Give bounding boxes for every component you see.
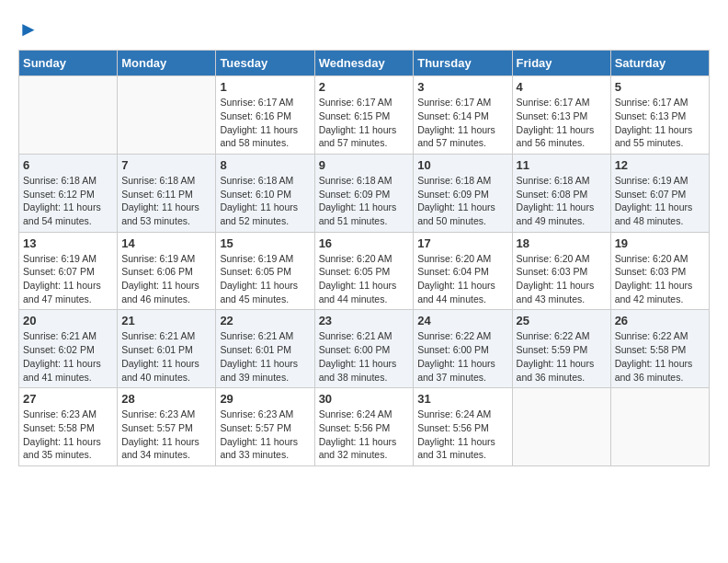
day-number: 23 [319,314,410,327]
calendar-cell: 10Sunrise: 6:18 AMSunset: 6:09 PMDayligh… [414,154,512,232]
day-number: 27 [23,392,113,406]
cell-content: Sunrise: 6:20 AM [615,252,705,266]
day-number: 11 [517,158,607,172]
cell-content: Sunrise: 6:19 AM [220,252,310,266]
calendar-cell: 14Sunrise: 6:19 AMSunset: 6:06 PMDayligh… [118,232,216,310]
cell-content: Sunrise: 6:19 AM [23,252,113,266]
cell-content: Daylight: 11 hours and 34 minutes. [121,435,211,462]
cell-content: Sunset: 5:58 PM [615,343,705,357]
cell-content: Sunrise: 6:18 AM [23,174,113,188]
cell-content: Daylight: 11 hours and 57 minutes. [319,123,410,150]
day-number: 30 [319,392,410,406]
cell-content: Sunrise: 6:23 AM [121,408,211,421]
calendar-cell: 24Sunrise: 6:22 AMSunset: 6:00 PMDayligh… [414,310,512,388]
cell-content: Daylight: 11 hours and 33 minutes. [220,435,310,462]
calendar-cell: 8Sunrise: 6:18 AMSunset: 6:10 PMDaylight… [216,154,314,232]
cell-content: Sunrise: 6:22 AM [615,329,705,343]
calendar-cell: 4Sunrise: 6:17 AMSunset: 6:13 PMDaylight… [512,76,610,155]
cell-content: Daylight: 11 hours and 54 minutes. [23,201,113,227]
cell-content: Sunset: 6:15 PM [319,109,410,123]
cell-content: Sunset: 6:01 PM [220,343,310,357]
cell-content: Sunset: 6:02 PM [23,343,113,357]
cell-content: Daylight: 11 hours and 38 minutes. [319,357,410,384]
cell-content: Daylight: 11 hours and 41 minutes. [23,357,113,384]
weekday-header: Sunday [19,51,118,76]
cell-content: Sunset: 6:13 PM [517,109,607,123]
cell-content: Sunrise: 6:19 AM [121,252,211,266]
cell-content: Daylight: 11 hours and 43 minutes. [517,279,607,305]
cell-content: Sunrise: 6:21 AM [220,329,310,343]
calendar-cell [118,76,216,155]
cell-content: Sunset: 6:05 PM [220,265,310,279]
day-number: 24 [417,314,507,327]
calendar-week-row: 1Sunrise: 6:17 AMSunset: 6:16 PMDaylight… [19,76,710,155]
cell-content: Sunset: 5:56 PM [319,421,410,435]
cell-content: Sunset: 6:03 PM [517,265,607,279]
calendar-cell: 28Sunrise: 6:23 AMSunset: 5:57 PMDayligh… [118,388,216,466]
cell-content: Sunset: 6:11 PM [121,188,211,201]
cell-content: Sunset: 5:56 PM [417,421,507,435]
cell-content: Daylight: 11 hours and 42 minutes. [615,279,705,305]
cell-content: Daylight: 11 hours and 45 minutes. [220,279,310,305]
cell-content: Daylight: 11 hours and 40 minutes. [121,357,211,384]
cell-content: Daylight: 11 hours and 37 minutes. [417,357,507,384]
cell-content: Sunset: 5:57 PM [220,421,310,435]
cell-content: Daylight: 11 hours and 36 minutes. [615,357,705,384]
calendar-cell [610,388,709,466]
day-number: 25 [517,314,607,327]
day-number: 12 [615,158,705,172]
cell-content: Sunrise: 6:20 AM [417,252,507,266]
cell-content: Sunset: 6:07 PM [615,188,705,201]
cell-content: Sunset: 5:59 PM [517,343,607,357]
cell-content: Sunset: 6:00 PM [417,343,507,357]
calendar-cell: 5Sunrise: 6:17 AMSunset: 6:13 PMDaylight… [610,76,709,155]
calendar-cell: 22Sunrise: 6:21 AMSunset: 6:01 PMDayligh… [216,310,314,388]
cell-content: Sunrise: 6:21 AM [23,329,113,343]
cell-content: Sunrise: 6:24 AM [417,408,507,421]
cell-content: Sunrise: 6:20 AM [319,252,410,266]
cell-content: Sunset: 6:09 PM [417,188,507,201]
day-number: 4 [517,80,607,94]
cell-content: Sunrise: 6:18 AM [417,174,507,188]
cell-content: Sunrise: 6:23 AM [220,408,310,421]
day-number: 16 [319,236,410,250]
cell-content: Daylight: 11 hours and 44 minutes. [417,279,507,305]
calendar-cell [19,76,118,155]
day-number: 17 [417,236,507,250]
cell-content: Sunset: 5:57 PM [121,421,211,435]
cell-content: Daylight: 11 hours and 36 minutes. [517,357,607,384]
cell-content: Sunset: 6:01 PM [121,343,211,357]
calendar-cell: 17Sunrise: 6:20 AMSunset: 6:04 PMDayligh… [414,232,512,310]
day-number: 22 [220,314,310,327]
cell-content: Sunset: 6:03 PM [615,265,705,279]
calendar-header-row: SundayMondayTuesdayWednesdayThursdayFrid… [19,51,710,76]
cell-content: Sunset: 6:14 PM [417,109,507,123]
calendar-cell: 13Sunrise: 6:19 AMSunset: 6:07 PMDayligh… [19,232,118,310]
cell-content: Sunset: 6:09 PM [319,188,410,201]
weekday-header: Saturday [610,51,709,76]
cell-content: Daylight: 11 hours and 31 minutes. [417,435,507,462]
calendar-cell: 15Sunrise: 6:19 AMSunset: 6:05 PMDayligh… [216,232,314,310]
page-header: ► [18,18,710,40]
cell-content: Sunrise: 6:17 AM [220,96,310,109]
calendar-cell: 3Sunrise: 6:17 AMSunset: 6:14 PMDaylight… [414,76,512,155]
cell-content: Sunset: 6:04 PM [417,265,507,279]
cell-content: Sunset: 6:00 PM [319,343,410,357]
day-number: 5 [615,80,705,94]
day-number: 21 [121,314,211,327]
cell-content: Daylight: 11 hours and 39 minutes. [220,357,310,384]
calendar-cell: 11Sunrise: 6:18 AMSunset: 6:08 PMDayligh… [512,154,610,232]
logo: ► [18,18,39,40]
calendar-week-row: 20Sunrise: 6:21 AMSunset: 6:02 PMDayligh… [19,310,710,388]
cell-content: Sunrise: 6:18 AM [220,174,310,188]
logo-blue-arrow: ► [18,17,39,40]
calendar-cell: 7Sunrise: 6:18 AMSunset: 6:11 PMDaylight… [118,154,216,232]
day-number: 29 [220,392,310,406]
cell-content: Sunset: 6:08 PM [517,188,607,201]
cell-content: Sunset: 5:58 PM [23,421,113,435]
weekday-header: Tuesday [216,51,314,76]
calendar-cell: 12Sunrise: 6:19 AMSunset: 6:07 PMDayligh… [610,154,709,232]
calendar-cell: 19Sunrise: 6:20 AMSunset: 6:03 PMDayligh… [610,232,709,310]
cell-content: Sunrise: 6:21 AM [319,329,410,343]
cell-content: Daylight: 11 hours and 55 minutes. [615,123,705,150]
